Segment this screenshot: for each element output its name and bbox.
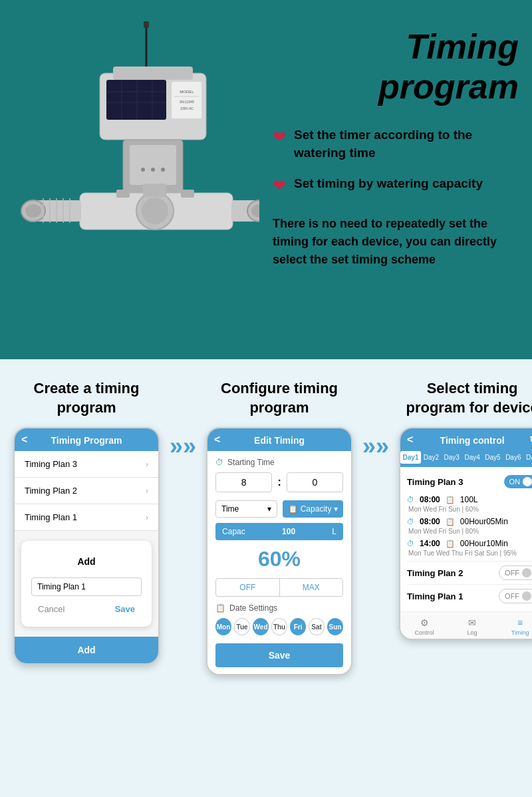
ph1-list-item-2[interactable]: Timing Plan 2 › — [15, 478, 158, 504]
ph3-refresh-icon[interactable]: ↻ — [529, 434, 532, 445]
ph3-divider-2 — [407, 584, 532, 585]
ph2-day-sun[interactable]: Sun — [327, 618, 343, 635]
svg-rect-1 — [144, 21, 149, 28]
svg-point-22 — [142, 198, 168, 224]
ph2-capacity-bar: Capac 100 L — [215, 523, 343, 540]
step-arrow-1: »» — [170, 379, 196, 460]
ph3-plan2-toggle[interactable]: OFF — [499, 565, 532, 580]
ph1-header-title: Timing Program — [51, 435, 122, 446]
description-text: There is no need to repeatedly set the t… — [273, 215, 519, 269]
ph3-day-tab-4[interactable]: Day4 — [462, 451, 483, 464]
ph3-footer-timing[interactable]: ≡ Timing — [496, 617, 532, 636]
feature-text-2: Set timing by watering capacity — [294, 175, 483, 193]
feature-item-2: ❤ Set timing by watering capacity — [273, 175, 519, 195]
ph3-plan1-name: Timing Plan 1 — [407, 591, 463, 601]
ph3-footer-control[interactable]: ⚙ Control — [400, 617, 448, 636]
ph1-add-dialog: Add Timing Plan 1 Cancel Save — [21, 541, 152, 627]
phone-1: < Timing Program Timing Plan 3 › Timing … — [13, 427, 160, 665]
ph2-days-row: Mon Tue Wed Thu Fri Sat Sun — [215, 618, 343, 635]
ph1-back-icon[interactable]: < — [21, 434, 27, 446]
ph1-header: < Timing Program — [15, 428, 158, 451]
ph3-day-tab-7[interactable]: Day7 — [523, 451, 532, 464]
ph2-save-button[interactable]: Save — [215, 643, 343, 667]
ph3-plan1-toggle[interactable]: OFF — [499, 589, 532, 603]
ph3-footer: ⚙ Control ✉ Log ≡ Timing — [400, 611, 532, 639]
timing-icon: ≡ — [496, 617, 532, 628]
main-title: Timing program — [273, 27, 519, 106]
ph3-back-icon[interactable]: < — [407, 434, 413, 446]
ph1-dialog-buttons: Cancel Save — [31, 601, 142, 617]
ph2-day-tue[interactable]: Tue — [234, 618, 250, 635]
ph2-minute-input[interactable]: 0 — [287, 472, 343, 492]
ph2-max-button[interactable]: MAX — [280, 579, 343, 596]
log-icon: ✉ — [448, 617, 496, 628]
feature-item-1: ❤ Set the timer according to the waterin… — [273, 126, 519, 162]
control-icon: ⚙ — [400, 617, 448, 628]
ph3-timing-item-3: ⏱ 14:00 📋 00Hour10Min Mon Tue Wed Thu Fr… — [407, 539, 532, 557]
ph3-plan3-toggle[interactable]: ON — [504, 475, 532, 488]
ph3-day-tab-3[interactable]: Day3 — [442, 451, 462, 464]
ph2-day-sat[interactable]: Sat — [309, 618, 325, 635]
svg-point-25 — [25, 204, 41, 218]
svg-rect-34 — [116, 190, 130, 198]
step-2-title: Configure timing program — [206, 379, 352, 417]
ph3-plan1-header: Timing Plan 1 OFF — [407, 589, 532, 603]
ph3-day-tab-2[interactable]: Day2 — [421, 451, 442, 464]
ph2-off-button[interactable]: OFF — [216, 579, 280, 596]
svg-point-19 — [161, 168, 165, 172]
clock-icon-2: ⏱ — [407, 518, 414, 526]
ph3-timing-label: Timing — [496, 629, 532, 636]
ph3-days-text-2: Mon Wed Fri Sun | 80% — [407, 528, 532, 535]
ph2-time-select[interactable]: Time ▾ — [215, 500, 277, 518]
ph2-back-icon[interactable]: < — [214, 434, 220, 446]
ph3-body: Timing Plan 3 ON ⏱ 08:00 📋 100L Mon Wed … — [400, 467, 532, 611]
ph3-plan3-header: Timing Plan 3 ON — [407, 472, 532, 491]
phone-3: < Timing control ↻ Day1 Day2 Day3 Day4 D… — [399, 427, 532, 640]
svg-rect-4 — [106, 80, 166, 120]
ph2-day-fri[interactable]: Fri — [290, 618, 306, 635]
ph3-header-title: Timing control — [440, 435, 505, 446]
ph1-name-input[interactable]: Timing Plan 1 — [31, 577, 142, 596]
ph3-plan2-name: Timing Plan 2 — [407, 568, 463, 578]
ph2-day-thu[interactable]: Thu — [271, 618, 287, 635]
ph2-body: ⏱ Starting Time 8 : 0 Time ▾ — [207, 451, 351, 674]
ph1-list-item-1[interactable]: Timing Plan 1 › — [15, 504, 158, 531]
ph2-percent-display: 60% — [215, 547, 343, 571]
ph2-hour-input[interactable]: 8 — [215, 472, 272, 492]
svg-point-17 — [141, 168, 145, 172]
chevron-icon: › — [146, 513, 148, 522]
ph3-header: < Timing control ↻ — [400, 428, 532, 451]
clock-icon-1: ⏱ — [407, 496, 414, 504]
svg-point-18 — [151, 168, 155, 172]
svg-rect-3 — [113, 67, 193, 80]
steps-row: Create a timing program < Timing Program… — [13, 379, 519, 675]
ph2-day-wed[interactable]: Wed — [253, 618, 269, 635]
ph1-dialog-add-label: Add — [31, 551, 142, 572]
ph3-log-label: Log — [448, 629, 496, 636]
svg-rect-35 — [181, 190, 194, 198]
ph1-item-label: Timing Plan 3 — [25, 459, 77, 469]
ph3-divider-1 — [407, 561, 532, 561]
ph1-save-button[interactable]: Save — [108, 601, 142, 617]
ph3-day-tab-5[interactable]: Day5 — [483, 451, 503, 464]
ph1-list-item-3[interactable]: Timing Plan 3 › — [15, 451, 158, 478]
ph3-cap-1: 100L — [460, 495, 478, 504]
ph2-capacity-icon: 📋 — [288, 504, 298, 514]
step-1: Create a timing program < Timing Program… — [13, 379, 160, 665]
device-svg: MODEL SN:12345 230V AC — [13, 20, 259, 299]
chevron-icon: › — [146, 460, 148, 469]
step-arrow-2: »» — [362, 379, 389, 460]
ph2-day-mon[interactable]: Mon — [215, 618, 231, 635]
ph3-cap-3: 00Hour10Min — [460, 539, 508, 548]
step-3: Select timing program for device < Timin… — [399, 379, 532, 640]
ph3-timing-item-2: ⏱ 08:00 📋 00Hour05Min Mon Wed Fri Sun | … — [407, 517, 532, 535]
ph3-day-tab-6[interactable]: Day6 — [503, 451, 523, 464]
ph3-cap-2: 00Hour05Min — [460, 517, 508, 526]
svg-text:230V AC: 230V AC — [180, 106, 194, 110]
ph1-item-label: Timing Plan 2 — [25, 486, 77, 496]
ph1-add-button[interactable]: Add — [15, 637, 158, 663]
ph3-day-tab-1[interactable]: Day1 — [400, 451, 421, 464]
ph2-capacity-select[interactable]: 📋 Capacity ▾ — [283, 500, 343, 518]
ph3-footer-log[interactable]: ✉ Log — [448, 617, 496, 636]
ph1-cancel-button[interactable]: Cancel — [31, 601, 71, 617]
